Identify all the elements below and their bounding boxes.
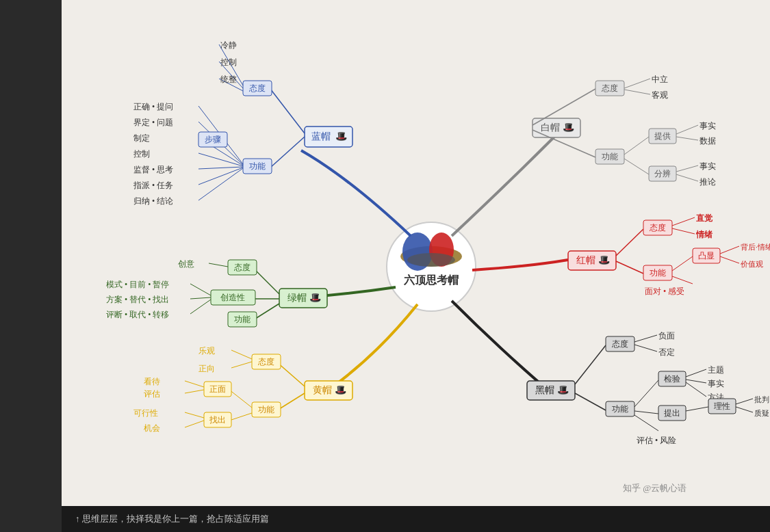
svg-text:价值观: 价值观	[740, 260, 763, 268]
svg-text:找出: 找出	[209, 415, 226, 425]
svg-text:态度: 态度	[601, 83, 618, 93]
svg-text:主题: 主题	[708, 365, 724, 375]
svg-text:事实: 事实	[700, 121, 716, 131]
svg-text:提出: 提出	[664, 408, 680, 418]
svg-text:态度: 态度	[257, 357, 274, 367]
svg-text:🎩: 🎩	[335, 131, 348, 142]
svg-text:白帽 🎩: 白帽 🎩	[541, 122, 575, 133]
svg-text:批判: 批判	[754, 395, 769, 403]
svg-text:黄帽 🎩: 黄帽 🎩	[313, 384, 347, 396]
svg-text:统整: 统整	[220, 75, 237, 84]
svg-text:乐观: 乐观	[198, 346, 215, 356]
svg-text:评断 • 取代 • 转移: 评断 • 取代 • 转移	[106, 310, 169, 319]
svg-text:可行性: 可行性	[133, 408, 158, 418]
svg-text:背后·情绪: 背后·情绪	[741, 243, 770, 251]
svg-text:正面: 正面	[209, 384, 226, 394]
svg-text:制定: 制定	[133, 133, 150, 143]
svg-text:功能: 功能	[602, 152, 618, 161]
svg-text:态度: 态度	[248, 83, 266, 93]
svg-text:评估: 评估	[144, 389, 160, 399]
svg-text:态度: 态度	[611, 339, 628, 349]
svg-text:否定: 否定	[658, 347, 675, 357]
svg-text:数据: 数据	[700, 136, 716, 146]
svg-text:方案 • 替代 • 找出: 方案 • 替代 • 找出	[106, 295, 169, 304]
svg-text:质疑: 质疑	[754, 409, 769, 417]
svg-text:创意: 创意	[178, 259, 194, 269]
svg-text:评估 • 风险: 评估 • 风险	[637, 436, 676, 445]
bottom-bar: ↑ 思维层层，抉择我是你上一篇，抢占陈适应用篇	[62, 506, 770, 532]
svg-text:态度: 态度	[649, 223, 666, 232]
svg-text:客观: 客观	[652, 90, 668, 100]
svg-point-5	[407, 253, 455, 267]
svg-text:功能: 功能	[612, 404, 628, 414]
svg-text:创造性: 创造性	[220, 293, 245, 302]
svg-text:推论: 推论	[700, 177, 716, 187]
svg-text:指派 • 任务: 指派 • 任务	[133, 181, 173, 190]
main-container: 六顶思考帽 蓝帽 🎩 态度 冷静 控制 统整 功能	[0, 0, 770, 532]
svg-text:界定 • 问题: 界定 • 问题	[133, 118, 173, 127]
svg-text:负面: 负面	[658, 331, 675, 341]
svg-text:看待: 看待	[144, 377, 160, 386]
svg-text:凸显: 凸显	[698, 251, 715, 261]
svg-text:控制: 控制	[220, 57, 237, 67]
svg-text:理性: 理性	[714, 401, 730, 411]
svg-text:模式 • 目前 • 暂停: 模式 • 目前 • 暂停	[106, 280, 169, 289]
svg-text:检验: 检验	[664, 374, 680, 384]
svg-text:监督 • 思考: 监督 • 思考	[133, 165, 173, 174]
svg-text:事实: 事实	[700, 161, 716, 171]
svg-text:控制: 控制	[133, 149, 150, 159]
svg-text:正确 • 提问: 正确 • 提问	[133, 102, 173, 111]
svg-text:中立: 中立	[652, 75, 668, 84]
center-label: 六顶思考帽	[403, 274, 459, 286]
svg-text:功能: 功能	[249, 161, 266, 171]
svg-text:面对 • 感受: 面对 • 感受	[645, 287, 684, 296]
svg-text:分辨: 分辨	[654, 169, 671, 178]
svg-text:功能: 功能	[650, 268, 666, 278]
svg-text:机会: 机会	[144, 423, 160, 433]
bottom-text: ↑ 思维层层，抉择我是你上一篇，抢占陈适应用篇	[75, 513, 269, 525]
svg-text:提供: 提供	[654, 131, 671, 141]
svg-text:冷静: 冷静	[220, 40, 237, 50]
mind-map-area: 六顶思考帽 蓝帽 🎩 态度 冷静 控制 统整 功能	[62, 0, 770, 506]
svg-text:直觉: 直觉	[696, 213, 713, 223]
svg-text:态度: 态度	[233, 263, 251, 272]
svg-text:步骤: 步骤	[205, 135, 221, 144]
svg-text:功能: 功能	[234, 315, 251, 324]
mind-map-svg: 六顶思考帽 蓝帽 🎩 态度 冷静 控制 统整 功能	[62, 0, 770, 506]
svg-text:绿帽 🎩: 绿帽 🎩	[287, 292, 322, 304]
svg-text:蓝帽: 蓝帽	[311, 131, 331, 142]
svg-text:情绪: 情绪	[695, 230, 713, 239]
svg-text:功能: 功能	[258, 405, 274, 414]
watermark: 知乎 @云帆心语	[623, 483, 686, 493]
svg-text:黑帽 🎩: 黑帽 🎩	[535, 384, 569, 396]
svg-text:归纳 • 结论: 归纳 • 结论	[133, 196, 173, 206]
svg-text:正向: 正向	[198, 364, 215, 373]
svg-text:事实: 事实	[708, 379, 724, 388]
svg-text:红帽 🎩: 红帽 🎩	[576, 254, 611, 266]
